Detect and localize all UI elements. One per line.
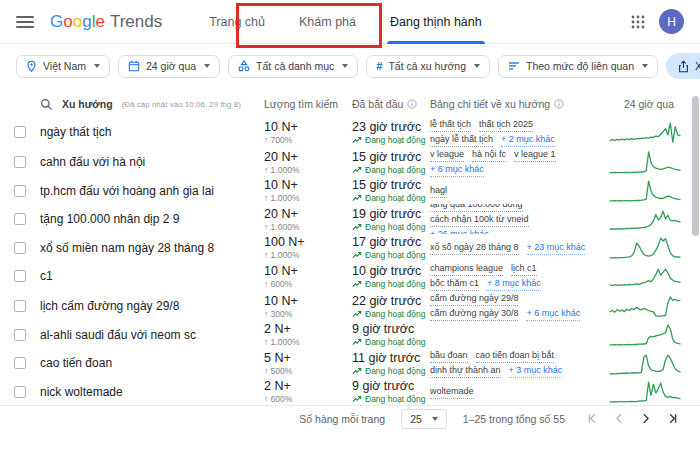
breakdown-term[interactable]: thất tịch 2025: [479, 117, 533, 132]
column-started[interactable]: Đã bắt đầu: [352, 98, 430, 110]
started-time: 11 giờ trước: [352, 351, 430, 365]
vertical-scrollbar[interactable]: [692, 88, 699, 460]
tab-dang-thinh-hanh[interactable]: Đang thịnh hành: [373, 0, 499, 44]
more-terms-link[interactable]: + 26 mục khác: [430, 227, 489, 235]
last-page-button[interactable]: [665, 412, 678, 425]
row-checkbox[interactable]: [14, 386, 26, 398]
search-volume: 10 N+: [264, 264, 352, 278]
volume-change: ↑ 700%: [264, 135, 352, 145]
breakdown-term[interactable]: champions league: [430, 261, 503, 276]
next-page-button[interactable]: [639, 412, 652, 425]
table-row[interactable]: al-ahli saudi đấu với neom sc 2 N+ ↑ 1.0…: [0, 321, 700, 348]
scrollbar-thumb[interactable]: [692, 96, 699, 236]
breakdown-term[interactable]: bốc thăm c1: [430, 276, 479, 291]
time-range-filter[interactable]: 24 giờ qua: [118, 55, 220, 78]
table-row[interactable]: ngày thất tịch 10 N+ ↑ 700% 23 giờ trước…: [0, 117, 700, 147]
sparkline-chart: [608, 293, 682, 320]
table-row[interactable]: c1 10 N+ ↑ 600% 10 giờ trước Đang hoạt đ…: [0, 261, 700, 291]
search-icon[interactable]: [40, 98, 53, 111]
previous-page-button[interactable]: [613, 412, 626, 425]
google-apps-grid-icon[interactable]: [631, 15, 645, 29]
row-checkbox[interactable]: [14, 242, 26, 254]
trend-name: cahn đấu với hà nội: [40, 155, 264, 169]
table-row[interactable]: tặng 100.000 nhân dịp 2 9 20 N+ ↑ 1.000%…: [0, 204, 700, 234]
breakdown-term[interactable]: ngày lễ thất tịch: [430, 132, 493, 147]
breakdown-term[interactable]: hà nội fc: [472, 147, 506, 162]
trend-breakdown: bầu đoancao tiến đoan bị bắtdinh thự thà…: [430, 348, 598, 378]
hamburger-menu-icon[interactable]: [16, 16, 34, 28]
breakdown-term[interactable]: xổ số ngày 28 tháng 8: [430, 240, 519, 255]
active-status: Đang hoạt động: [365, 222, 426, 232]
export-button[interactable]: Xuất: [666, 53, 700, 79]
breakdown-term[interactable]: lịch c1: [511, 261, 537, 276]
more-terms-link[interactable]: + 23 mục khác: [527, 240, 586, 255]
trend-type-filter[interactable]: # Tất cả xu hướng: [366, 55, 490, 78]
row-checkbox[interactable]: [14, 329, 26, 341]
breakdown-term[interactable]: cấm đường ngày 30/8: [430, 306, 518, 321]
breakdown-term[interactable]: cấm đường ngày 29/8: [430, 291, 518, 306]
breakdown-term[interactable]: bầu đoan: [430, 348, 468, 363]
sparkline-chart: [608, 177, 682, 204]
breakdown-term[interactable]: lễ thất tịch: [430, 117, 471, 132]
account-avatar[interactable]: H: [659, 9, 684, 34]
table-header: Xu hướng (Đã cập nhật vào 10:06, 29 thg …: [0, 91, 700, 117]
more-terms-link[interactable]: + 2 mục khác: [501, 132, 555, 147]
row-checkbox[interactable]: [14, 300, 26, 312]
trend-name: ngày thất tịch: [40, 125, 264, 139]
volume-change: ↑ 500%: [264, 366, 352, 376]
table-row[interactable]: cahn đấu với hà nội 20 N+ ↑ 1.000% 15 gi…: [0, 147, 700, 177]
column-window[interactable]: 24 giờ qua: [598, 98, 700, 110]
table-row[interactable]: lịch cấm đường ngày 29/8 10 N+ ↑ 300% 22…: [0, 291, 700, 321]
sparkline-chart: [608, 321, 682, 348]
more-terms-link[interactable]: + 3 mục khác: [509, 363, 563, 378]
category-filter[interactable]: Tất cả danh mục: [228, 55, 358, 78]
sort-filter[interactable]: Theo mức độ liên quan: [498, 55, 658, 78]
sparkline-chart: [608, 149, 682, 176]
row-checkbox[interactable]: [14, 213, 26, 225]
chevron-down-icon: [94, 64, 100, 68]
row-checkbox[interactable]: [14, 126, 26, 138]
location-filter[interactable]: Việt Nam: [16, 55, 110, 78]
breakdown-term[interactable]: tặng quà 100.000 đồng: [430, 204, 523, 212]
breakdown-term[interactable]: v league 1: [514, 147, 556, 162]
volume-change: ↑ 1.000%: [264, 165, 352, 175]
started-time: 17 giờ trước: [352, 235, 430, 249]
trend-name: xổ số miền nam ngày 28 tháng 8: [40, 241, 264, 255]
trend-breakdown: woltemade: [430, 384, 598, 399]
column-breakdown[interactable]: Bảng chi tiết về xu hướng: [430, 98, 598, 110]
trend-breakdown: lễ thất tịchthất tịch 2025ngày lễ thất t…: [430, 117, 598, 147]
more-terms-link[interactable]: + 6 mục khác: [430, 162, 484, 177]
more-terms-link[interactable]: + 6 mục khác: [526, 306, 580, 321]
row-checkbox[interactable]: [14, 357, 26, 369]
google-trends-logo[interactable]: Google Trends: [50, 12, 162, 32]
table-row[interactable]: tp.hcm đấu với hoàng anh gia lai 10 N+ ↑…: [0, 177, 700, 204]
table-row[interactable]: nick woltemade 2 N+ ↑ 600% 9 giờ trước Đ…: [0, 378, 700, 405]
column-volume[interactable]: Lượng tìm kiếm: [264, 98, 352, 110]
trending-up-icon: [352, 395, 362, 403]
rows-per-page-select[interactable]: 25: [401, 409, 447, 429]
column-trend[interactable]: Xu hướng: [62, 98, 113, 110]
breakdown-term[interactable]: dinh thự thành an: [430, 363, 501, 378]
table-row[interactable]: xổ số miền nam ngày 28 tháng 8 100 N+ ↑ …: [0, 234, 700, 261]
breakdown-term[interactable]: hagl: [430, 183, 447, 198]
category-icon: [238, 60, 250, 72]
trending-up-icon: [352, 280, 362, 288]
sort-icon: [508, 61, 520, 71]
active-status: Đang hoạt động: [365, 165, 426, 175]
tab-trang-chu[interactable]: Trang chủ: [192, 0, 282, 44]
row-checkbox[interactable]: [14, 156, 26, 168]
breakdown-term[interactable]: woltemade: [430, 384, 474, 399]
row-checkbox[interactable]: [14, 185, 26, 197]
trend-name: lịch cấm đường ngày 29/8: [40, 299, 264, 313]
active-status: Đang hoạt động: [365, 366, 426, 376]
first-page-button[interactable]: [587, 412, 600, 425]
breakdown-term[interactable]: cách nhận 100k từ vneid: [430, 212, 529, 227]
volume-change: ↑ 300%: [264, 309, 352, 319]
row-checkbox[interactable]: [14, 270, 26, 282]
breakdown-term[interactable]: v league: [430, 147, 464, 162]
breakdown-term[interactable]: cao tiến đoan bị bắt: [476, 348, 555, 363]
sparkline-chart: [608, 119, 682, 146]
tab-kham-pha[interactable]: Khám phá: [282, 0, 373, 44]
table-row[interactable]: cao tiến đoan 5 N+ ↑ 500% 11 giờ trước Đ…: [0, 348, 700, 378]
more-terms-link[interactable]: + 8 mục khác: [487, 276, 541, 291]
